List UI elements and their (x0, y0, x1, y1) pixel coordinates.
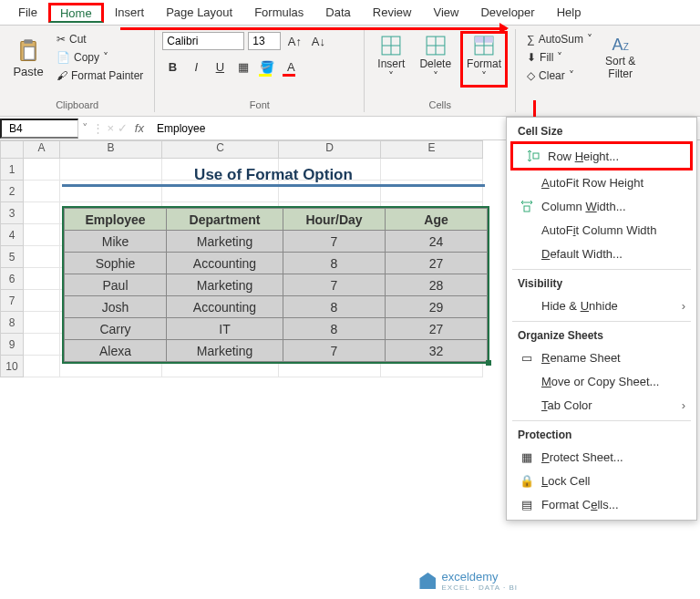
tab-page-layout[interactable]: Page Layout (155, 2, 243, 23)
menu-hide-unhide[interactable]: Hide & Unhide› (507, 294, 696, 317)
menu-column-width[interactable]: Column Width... (507, 194, 696, 218)
cell[interactable] (24, 181, 60, 202)
sort-filter-button[interactable]: AZ Sort & Filter (600, 32, 641, 84)
row-header[interactable]: 4 (0, 224, 24, 246)
clear-button[interactable]: ◇Clear ˅ (523, 67, 596, 84)
fx-icon[interactable]: fx (128, 121, 151, 135)
table-cell[interactable]: 8 (283, 296, 386, 318)
paste-button[interactable]: Paste (7, 34, 49, 82)
table-cell[interactable]: 32 (386, 340, 488, 362)
namebox-dropdown-icon[interactable]: ˅ (78, 121, 92, 135)
col-header-d[interactable]: D (279, 140, 381, 159)
cell[interactable] (24, 290, 60, 312)
table-cell[interactable]: Marketing (167, 274, 283, 296)
cell[interactable] (24, 224, 60, 246)
table-cell[interactable]: 24 (386, 231, 488, 253)
table-cell[interactable]: Carry (65, 318, 167, 340)
menu-move-copy[interactable]: Move or Copy Sheet... (507, 369, 696, 393)
table-cell[interactable]: Alexa (65, 340, 167, 362)
name-box[interactable] (0, 119, 78, 139)
table-cell[interactable]: Marketing (167, 340, 283, 362)
table-cell[interactable]: 7 (283, 340, 386, 362)
copy-button[interactable]: 📄Copy ˅ (53, 49, 147, 66)
table-cell[interactable]: 27 (386, 318, 488, 340)
font-size-select[interactable] (248, 32, 281, 50)
tab-help[interactable]: Help (546, 2, 592, 23)
tab-developer[interactable]: Developer (469, 2, 545, 23)
row-header[interactable]: 9 (0, 334, 24, 356)
table-cell[interactable]: 27 (386, 253, 488, 274)
row-header[interactable]: 6 (0, 268, 24, 290)
cell[interactable] (24, 356, 60, 377)
table-header[interactable]: Age (386, 209, 488, 231)
delete-cells-button[interactable]: Delete˅ (414, 32, 457, 87)
table-cell[interactable]: Josh (65, 296, 167, 318)
autosum-button[interactable]: ∑AutoSum ˅ (523, 31, 596, 47)
row-header[interactable]: 3 (0, 202, 24, 224)
row-header[interactable]: 2 (0, 181, 24, 202)
table-header[interactable]: Department (167, 209, 283, 231)
insert-cells-button[interactable]: Insert˅ (372, 32, 410, 87)
table-cell[interactable]: Accounting (167, 296, 283, 318)
menu-row-height[interactable]: Row Height... (510, 141, 693, 170)
row-header[interactable]: 8 (0, 312, 24, 334)
table-cell[interactable]: Sophie (65, 253, 167, 274)
underline-button[interactable]: U (210, 57, 230, 77)
bold-button[interactable]: B (162, 57, 182, 77)
tab-home[interactable]: Home (48, 3, 104, 23)
table-header[interactable]: Employee (65, 209, 167, 231)
cell[interactable] (24, 202, 60, 224)
menu-default-width[interactable]: Default Width... (507, 242, 696, 265)
tab-review[interactable]: Review (362, 2, 423, 23)
table-cell[interactable]: 29 (386, 296, 488, 318)
fill-color-button[interactable]: 🪣 (257, 57, 277, 77)
menu-protect-sheet[interactable]: ▦Protect Sheet... (507, 445, 696, 469)
tab-insert[interactable]: Insert (104, 2, 156, 23)
tab-view[interactable]: View (422, 2, 469, 23)
cell[interactable] (24, 246, 60, 268)
table-cell[interactable]: 7 (283, 274, 386, 296)
cell[interactable] (24, 268, 60, 290)
menu-autofit-row[interactable]: AutoFit Row Height (507, 170, 696, 194)
table-cell[interactable]: 7 (283, 231, 386, 253)
col-header-a[interactable]: A (24, 140, 60, 159)
cell[interactable] (24, 312, 60, 334)
table-cell[interactable]: 8 (283, 318, 386, 340)
table-cell[interactable]: Accounting (167, 253, 283, 274)
tab-data[interactable]: Data (314, 2, 361, 23)
menu-tab-color[interactable]: Tab Color› (507, 393, 696, 417)
increase-font-icon[interactable]: A↑ (284, 31, 304, 51)
row-header[interactable]: 1 (0, 159, 24, 181)
selection-handle[interactable] (486, 360, 491, 366)
row-header[interactable]: 7 (0, 290, 24, 312)
menu-rename-sheet[interactable]: ▭Rename Sheet (507, 346, 696, 369)
col-header-b[interactable]: B (60, 140, 162, 159)
table-cell[interactable]: 28 (386, 274, 488, 296)
font-color-button[interactable]: A (281, 57, 301, 77)
table-header[interactable]: Hour/Day (283, 209, 386, 231)
table-cell[interactable]: Marketing (167, 231, 283, 253)
table-cell[interactable]: IT (167, 318, 283, 340)
col-header-e[interactable]: E (381, 140, 483, 159)
format-painter-button[interactable]: 🖌Format Painter (53, 67, 147, 84)
row-header[interactable]: 5 (0, 246, 24, 268)
col-header-c[interactable]: C (162, 140, 279, 159)
menu-format-cells[interactable]: ▤Format Cells... (507, 492, 696, 516)
borders-button[interactable]: ▦ (233, 57, 253, 77)
table-cell[interactable]: Paul (65, 274, 167, 296)
table-cell[interactable]: Mike (65, 231, 167, 253)
format-cells-button[interactable]: Format˅ (460, 31, 508, 88)
menu-lock-cell[interactable]: 🔒Lock Cell (507, 469, 696, 492)
cell[interactable] (24, 334, 60, 356)
select-all-corner[interactable] (0, 140, 24, 159)
cut-button[interactable]: ✂Cut (53, 31, 147, 47)
table-cell[interactable]: 8 (283, 253, 386, 274)
font-name-select[interactable] (162, 32, 244, 50)
italic-button[interactable]: I (186, 57, 206, 77)
cell[interactable] (24, 159, 60, 181)
tab-file[interactable]: File (7, 2, 48, 23)
row-header[interactable]: 10 (0, 356, 24, 377)
fill-button[interactable]: ⬇Fill ˅ (523, 49, 596, 66)
decrease-font-icon[interactable]: A↓ (308, 31, 328, 51)
menu-autofit-col[interactable]: AutoFit Column Width (507, 218, 696, 242)
